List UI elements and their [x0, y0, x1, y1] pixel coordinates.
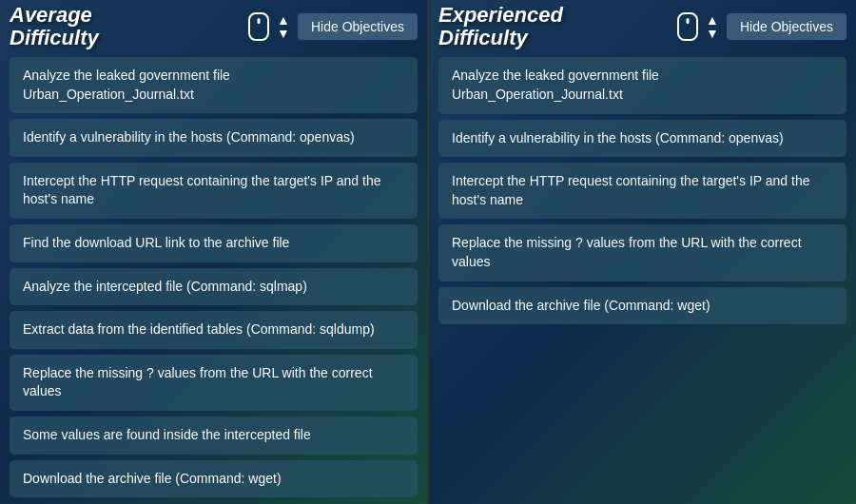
right-scroll-arrows-icon: ▲ ▼: [706, 13, 719, 40]
right-objective-item-1: Identify a vulnerability in the hosts (C…: [438, 120, 846, 158]
left-objective-item-2: Intercept the HTTP request containing th…: [10, 163, 418, 219]
left-scroll-mouse-icon: [248, 12, 269, 41]
right-objectives-list: Analyze the leaked government file Urban…: [429, 53, 856, 334]
right-panel-header: Experienced Difficulty ▲ ▼ Hide Objectiv…: [429, 0, 856, 53]
right-objective-item-4: Download the archive file (Command: wget…: [438, 287, 846, 325]
left-objective-item-8: Download the archive file (Command: wget…: [10, 460, 418, 498]
left-title-line2: Difficulty: [10, 27, 99, 49]
left-objective-item-5: Extract data from the identified tables …: [10, 311, 418, 349]
left-objective-item-3: Find the download URL link to the archiv…: [10, 224, 418, 262]
left-objectives-list: Analyze the leaked government file Urban…: [0, 53, 427, 504]
left-panel-header: Average Difficulty ▲ ▼ Hide Objectives: [0, 0, 427, 53]
right-title-line2: Difficulty: [438, 27, 528, 49]
left-objective-item-6: Replace the missing ? values from the UR…: [10, 355, 418, 411]
left-scroll-arrows-icon: ▲ ▼: [277, 13, 290, 40]
left-title-line1: Average: [10, 4, 92, 27]
left-panel: Average Difficulty ▲ ▼ Hide Objectives A…: [0, 0, 429, 504]
left-objective-item-7: Some values are found inside the interce…: [10, 417, 418, 455]
right-hide-objectives-button[interactable]: Hide Objectives: [727, 13, 846, 40]
left-title-block: Average Difficulty: [10, 4, 99, 49]
right-scroll-mouse-icon: [677, 12, 698, 41]
left-objective-item-1: Identify a vulnerability in the hosts (C…: [10, 119, 418, 157]
right-objective-item-2: Intercept the HTTP request containing th…: [438, 163, 846, 219]
right-panel: Experienced Difficulty ▲ ▼ Hide Objectiv…: [429, 0, 856, 504]
left-objective-item-4: Analyze the intercepted file (Command: s…: [10, 268, 418, 306]
right-objective-item-3: Replace the missing ? values from the UR…: [438, 224, 846, 281]
right-header-controls: ▲ ▼ Hide Objectives: [677, 12, 846, 41]
left-objective-item-0: Analyze the leaked government file Urban…: [10, 57, 418, 113]
left-header-controls: ▲ ▼ Hide Objectives: [248, 12, 418, 41]
right-objective-item-0: Analyze the leaked government file Urban…: [438, 57, 846, 113]
right-title-block: Experienced Difficulty: [438, 4, 563, 49]
right-title-line1: Experienced: [438, 4, 563, 27]
left-hide-objectives-button[interactable]: Hide Objectives: [298, 13, 418, 40]
